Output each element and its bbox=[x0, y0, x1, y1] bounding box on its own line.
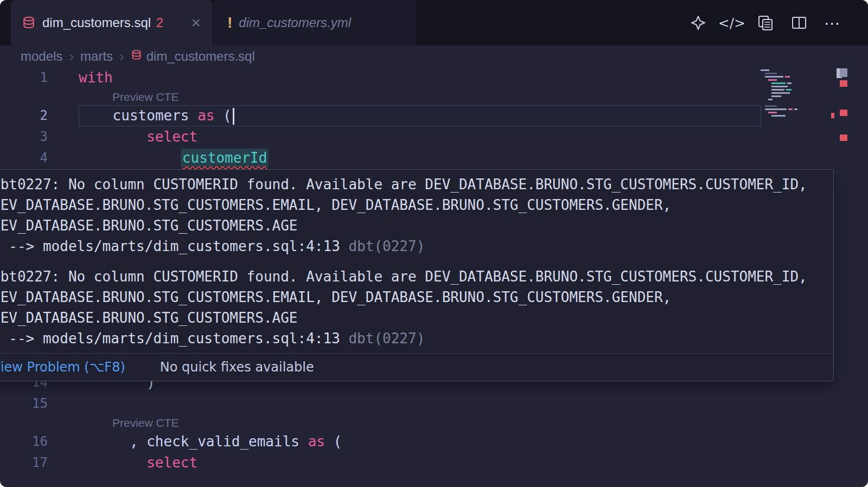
breadcrumb-item-file[interactable]: dim_customers.sql bbox=[131, 49, 255, 64]
more-actions-icon[interactable]: ⋯ bbox=[824, 14, 842, 32]
code-line-content[interactable]: select bbox=[79, 126, 868, 148]
breadcrumb-file-label: dim_customers.sql bbox=[146, 49, 255, 64]
tab-label: dim_customers.yml bbox=[239, 15, 351, 30]
minimap-error-marker bbox=[831, 113, 834, 118]
line-number: 2 bbox=[0, 105, 48, 126]
warning-icon: ! bbox=[227, 14, 232, 31]
ruler-error-mark bbox=[840, 80, 847, 87]
diagnostic-text: DEV_DATABASE.BRUNO.STG_CUSTOMERS.EMAIL, … bbox=[0, 195, 833, 215]
breadcrumb-item-marts[interactable]: marts bbox=[80, 49, 113, 64]
tab-badge: 2 bbox=[156, 16, 163, 30]
ruler-error-mark bbox=[840, 110, 847, 116]
error-token-customerid: customerId bbox=[181, 149, 269, 167]
database-icon bbox=[131, 49, 142, 64]
line-number: 4 bbox=[0, 148, 48, 169]
diagnostic-message: dbt0227: No column CUSTOMERID found. Ava… bbox=[0, 174, 833, 257]
diagnostic-source: dbt(0227) bbox=[348, 330, 425, 347]
diagnostic-text: dbt0227: No column CUSTOMERID found. Ava… bbox=[0, 266, 833, 287]
code-lens-row: Preview CTE bbox=[0, 414, 868, 431]
code-line-1: 1 with bbox=[0, 67, 868, 88]
split-editor-icon[interactable] bbox=[790, 14, 808, 32]
diagnostic-messages: dbt0227: No column CUSTOMERID found. Ava… bbox=[0, 170, 833, 349]
diagnostic-message: dbt0227: No column CUSTOMERID found. Ava… bbox=[0, 266, 833, 349]
code-line-2: 2 customers as ( bbox=[0, 105, 868, 126]
code-line-17: 17 select bbox=[0, 452, 868, 473]
code-line-content[interactable]: with bbox=[79, 67, 868, 88]
tab-dim-customers-yml[interactable]: ! dim_customers.yml bbox=[213, 0, 417, 46]
code-line-content[interactable]: customerId bbox=[79, 148, 868, 169]
close-icon[interactable]: × bbox=[191, 15, 201, 31]
breadcrumb-chevron-icon: › bbox=[119, 48, 124, 65]
code-lens-preview-cte[interactable]: Preview CTE bbox=[112, 91, 179, 103]
diagnostic-location: --> models/marts/dim_customers.sql:4:13 … bbox=[0, 236, 833, 257]
diagnostic-text: DEV_DATABASE.BRUNO.STG_CUSTOMERS.AGE bbox=[0, 215, 833, 236]
code-line-4: 4 customerId bbox=[0, 148, 868, 169]
code-lens-preview-cte[interactable]: Preview CTE bbox=[112, 416, 179, 429]
dbt-star-icon[interactable] bbox=[689, 14, 707, 32]
breadcrumb-item-models[interactable]: models bbox=[21, 49, 62, 64]
text-cursor bbox=[233, 108, 234, 125]
editor-actions: </> ⋯ bbox=[689, 0, 842, 46]
minimap[interactable] bbox=[761, 69, 834, 118]
line-number: 17 bbox=[0, 452, 48, 473]
no-quick-fixes-label: No quick fixes available bbox=[160, 360, 314, 375]
diagnostic-text: DEV_DATABASE.BRUNO.STG_CUSTOMERS.AGE bbox=[0, 307, 833, 328]
error-hover-popup: dbt0227: No column CUSTOMERID found. Ava… bbox=[0, 169, 834, 381]
breadcrumb-chevron-icon: › bbox=[69, 48, 74, 65]
line-number: 1 bbox=[0, 67, 48, 88]
hover-status-bar: View Problem (⌥F8) No quick fixes availa… bbox=[0, 353, 833, 380]
ruler-mark bbox=[840, 68, 847, 77]
overview-ruler-scrollbar[interactable] bbox=[840, 67, 847, 485]
code-brackets-icon[interactable]: </> bbox=[723, 14, 741, 32]
diagnostic-source: dbt(0227) bbox=[348, 238, 425, 254]
diagnostic-location: --> models/marts/dim_customers.sql:4:13 … bbox=[0, 328, 833, 349]
database-icon bbox=[22, 16, 36, 30]
code-line-3: 3 select bbox=[0, 126, 868, 148]
line-number: 15 bbox=[0, 393, 48, 414]
code-lens-row: Preview CTE bbox=[0, 88, 868, 105]
copy-icon[interactable] bbox=[756, 14, 775, 32]
breadcrumb: models › marts › dim_customers.sql bbox=[0, 46, 868, 67]
vscode-window: dim_customers.sql 2 × ! dim_customers.ym… bbox=[0, 0, 868, 487]
view-problem-link[interactable]: View Problem (⌥F8) bbox=[0, 360, 125, 375]
code-line-content[interactable]: select bbox=[79, 452, 868, 473]
tab-label: dim_customers.sql bbox=[42, 15, 151, 30]
code-line-15: 15 bbox=[0, 393, 868, 414]
tab-bar: dim_customers.sql 2 × ! dim_customers.ym… bbox=[0, 0, 868, 46]
tab-dim-customers-sql[interactable]: dim_customers.sql 2 × bbox=[11, 0, 213, 46]
line-number: 16 bbox=[0, 431, 48, 452]
line-number: 3 bbox=[0, 126, 48, 148]
diagnostic-text: DEV_DATABASE.BRUNO.STG_CUSTOMERS.EMAIL, … bbox=[0, 287, 833, 307]
ruler-error-mark bbox=[840, 134, 847, 141]
diagnostic-text: dbt0227: No column CUSTOMERID found. Ava… bbox=[0, 174, 833, 195]
code-line-content[interactable]: customers as ( bbox=[79, 105, 868, 126]
code-line-content[interactable]: , check_valid_emails as ( bbox=[79, 431, 868, 452]
code-line-16: 16 , check_valid_emails as ( bbox=[0, 431, 868, 452]
